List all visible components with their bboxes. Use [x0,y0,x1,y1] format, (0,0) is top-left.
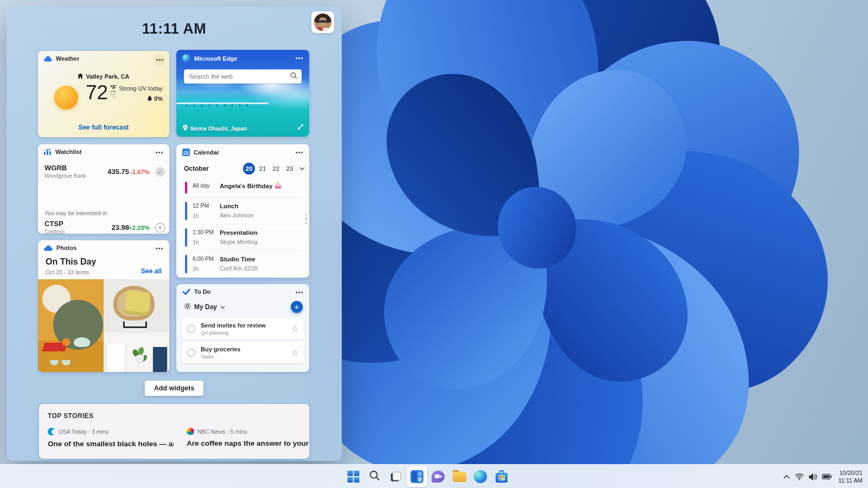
task-complete-circle[interactable] [187,325,195,333]
windows-logo-icon [348,471,360,483]
usa-today-logo-icon [48,428,55,435]
calendar-event[interactable]: 6:00 PM3h Studio Time Conf Rm 32/35 [182,251,302,277]
photos-subheading: Oct 20 - 33 items [46,269,89,275]
photos-menu-button[interactable]: ••• [153,243,166,254]
date-chip-selected[interactable]: 20 [243,163,255,175]
calendar-menu-button[interactable]: ••• [293,147,306,158]
top-stories-widget[interactable]: TOP STORIES USA Today · 3 mins One of th… [39,404,309,459]
date-chip[interactable]: 23 [284,163,296,175]
photo-thumbnail[interactable] [38,279,104,372]
start-button[interactable] [343,466,364,487]
task-view-icon [389,470,403,483]
weather-condition: Strong UV today [119,85,163,92]
unit-fahrenheit[interactable]: °F [110,84,116,92]
weather-location: Valley Park, CA [86,73,129,80]
calendar-event[interactable]: 12 PM1h Lunch Alex Johnson [182,197,302,224]
edge-logo-icon [182,54,190,62]
volume-icon[interactable] [809,473,817,480]
weather-title: Weather [56,55,79,62]
watchlist-widget[interactable]: Watchlist ••• WGRB Woodgrove Bank 435.75… [38,144,169,234]
file-explorer-button[interactable] [449,466,470,487]
chevron-down-icon[interactable] [299,167,305,170]
todo-widget[interactable]: To Do ••• My Day + Send invites for revi… [176,284,309,372]
stock-change: -1.67% [130,169,150,175]
wallpaper-bloom [304,0,868,488]
todo-menu-button[interactable]: ••• [293,287,306,298]
chat-icon [432,471,445,483]
date-chip[interactable]: 22 [270,163,282,175]
microsoft-store-button[interactable] [492,466,512,487]
star-icon[interactable]: ☆ [291,324,298,333]
unit-celsius[interactable]: °C [110,93,116,99]
watchlist-menu-button[interactable]: ••• [153,147,166,158]
stock-row[interactable]: WGRB Woodgrove Bank 435.75 -1.67% ✓ [44,164,165,182]
event-title: Angela's Birthday [220,183,272,189]
task-title: Send invites for review [201,322,286,329]
edge-title: Microsoft Edge [194,55,237,62]
calendar-title: Calendar [194,149,219,156]
birthday-cake-icon [275,184,281,189]
event-time: 12 PM [193,202,209,209]
edge-widget[interactable]: Microsoft Edge ••• Ikema Ohashi, Japan [176,50,309,137]
wifi-icon[interactable] [795,473,804,480]
date-chip[interactable]: 21 [257,163,269,175]
home-icon [78,73,83,80]
task-row[interactable]: Buy groceries Tasks ☆ [182,342,304,363]
watched-check-icon[interactable]: ✓ [155,167,165,177]
taskbar: 10/20/21 11:11 AM [0,464,868,488]
scrollbar-dots[interactable] [305,214,307,224]
watchlist-chart-icon [44,149,52,155]
add-to-watchlist-icon[interactable]: + [155,223,165,233]
calendar-event[interactable]: All day Angela's Birthday [182,178,302,197]
edge-photo-location: Ikema Ohashi, Japan [190,125,247,132]
search-icon [290,72,297,81]
widgets-icon [411,470,424,483]
edge-browser-button[interactable] [470,466,491,487]
event-title: Studio Time [220,256,256,262]
event-duration: 1h [193,240,220,246]
tray-chevron-up-icon[interactable] [783,475,790,479]
edge-search-input[interactable] [189,73,290,80]
add-widgets-button[interactable]: Add widgets [145,381,203,396]
tray-date: 10/20/21 [838,469,863,477]
event-title: Presentation [220,229,258,236]
edge-search-box[interactable] [184,69,302,84]
task-view-button[interactable] [386,466,406,487]
sun-icon [54,86,78,110]
calendar-widget[interactable]: Calendar ••• October 20 21 22 23 [176,144,309,278]
see-all-link[interactable]: See all [141,267,162,275]
profile-avatar-button[interactable] [311,11,334,33]
nbc-news-logo-icon [187,428,194,435]
add-task-button[interactable]: + [291,301,303,313]
event-duration: 3h [193,266,220,273]
photos-widget[interactable]: Photos ••• On This Day Oct 20 - 33 items… [38,240,169,372]
news-story[interactable]: NBC News · 5 mins Are coffee naps the an… [187,428,312,447]
weather-precipitation: 0% [154,95,163,102]
expand-icon[interactable] [297,123,304,132]
stock-row[interactable]: CTSP Contoso 23.98 +2.23% + [44,220,165,237]
search-button[interactable] [365,466,385,487]
news-story[interactable]: USA Today · 3 mins One of the smallest b… [48,428,174,448]
weather-widget[interactable]: Weather ••• Valley Park, CA 72 °F °C Str… [38,51,169,137]
chat-button[interactable] [428,466,449,487]
watchlist-suggestion-label: You may be interested in [44,210,107,216]
event-subtitle: Conf Rm 32/35 [220,265,302,272]
star-icon[interactable]: ☆ [291,348,298,357]
my-day-selector[interactable]: My Day [184,303,225,311]
battery-icon[interactable] [822,474,832,479]
weather-menu-button[interactable]: ••• [154,54,166,66]
edge-menu-button[interactable]: ••• [293,53,306,64]
task-title: Buy groceries [201,346,286,352]
task-complete-circle[interactable] [187,349,195,357]
task-row[interactable]: Send invites for review Q4 planning ☆ [182,318,304,339]
tray-clock[interactable]: 10/20/21 11:11 AM [838,469,863,485]
weather-temperature: 72 [86,82,108,102]
event-color-bar [185,202,187,220]
story-headline: One of the smallest black holes — and [48,440,174,448]
calendar-event[interactable]: 1:30 PM1h Presentation Skype Meeting [182,224,302,251]
widgets-button[interactable] [407,466,427,487]
event-time: 6:00 PM [193,255,214,262]
photo-thumbnail[interactable] [104,279,169,372]
see-full-forecast-link[interactable]: See full forecast [38,124,169,131]
my-day-sun-icon [184,303,191,311]
